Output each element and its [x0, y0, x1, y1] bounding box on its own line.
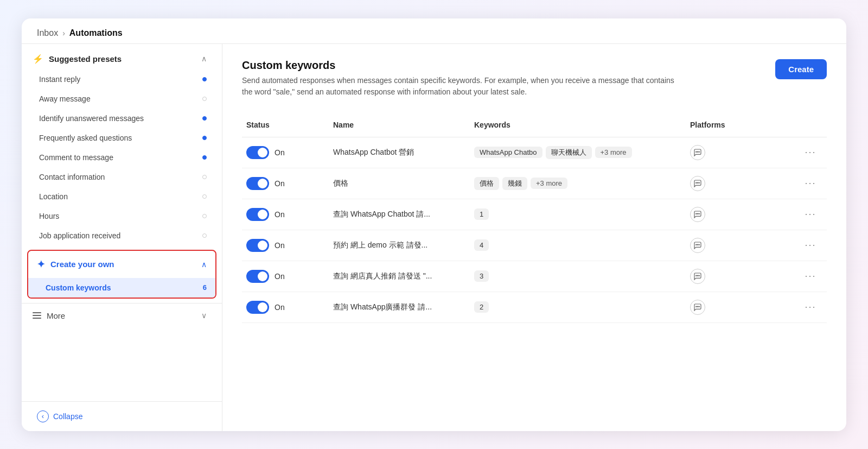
keywords-cell: 1: [470, 208, 686, 220]
keyword-tag: 4: [474, 239, 489, 251]
name-cell: 查詢 網店真人推銷 請發送 "...: [329, 271, 470, 281]
svg-point-8: [699, 213, 699, 214]
name-cell: 查詢 WhatsApp Chatbot 請...: [329, 210, 470, 219]
keyword-tag: 聊天機械人: [546, 146, 592, 159]
keyword-tag: 2: [474, 301, 489, 313]
create-own-header[interactable]: ✦ Create your own ∧: [28, 251, 215, 278]
more-options-button[interactable]: ···: [794, 147, 827, 158]
more-options-button[interactable]: ···: [794, 239, 827, 251]
diamond-icon: ✦: [37, 258, 45, 270]
create-button[interactable]: Create: [775, 59, 827, 79]
toggle-3[interactable]: [246, 208, 269, 221]
name-cell: WhatsApp Chatbot 營銷: [329, 148, 470, 157]
custom-keywords-badge: 6: [203, 283, 207, 292]
header-name: Name: [329, 117, 470, 132]
name-cell: 預約 網上 demo 示範 請發...: [329, 241, 470, 250]
keywords-cell: 價格 幾錢 +3 more: [470, 177, 686, 190]
sidebar-item-identify-unanswered[interactable]: Identify unanswered messages: [22, 109, 222, 128]
sidebar-item-label: Job application received: [39, 231, 120, 240]
more-section[interactable]: More ∨: [22, 303, 222, 328]
status-cell: On: [242, 239, 329, 252]
more-chevron: ∨: [201, 311, 207, 320]
platform-cell: [686, 300, 794, 315]
toggle-4[interactable]: [246, 239, 269, 252]
more-keywords-tag[interactable]: +3 more: [531, 178, 567, 189]
svg-point-13: [696, 275, 697, 276]
sidebar-item-dot: [202, 77, 207, 81]
collapse-button[interactable]: ‹ Collapse: [22, 401, 222, 431]
table-row: On 查詢 WhatsApp廣播群發 請... 2: [242, 292, 827, 323]
svg-point-11: [699, 244, 699, 245]
toggle-track[interactable]: [246, 270, 269, 283]
sidebar-item-dot: [202, 116, 207, 121]
keyword-tag: 價格: [474, 177, 499, 190]
status-cell: On: [242, 146, 329, 159]
suggested-presets-label: Suggested presets: [49, 54, 122, 64]
svg-point-17: [699, 306, 699, 307]
table-container: Status Name Keywords Platforms On WhatsA…: [242, 113, 827, 323]
suggested-presets-title: ⚡ Suggested presets: [33, 54, 122, 64]
sidebar-item-label: Identify unanswered messages: [39, 114, 144, 123]
keywords-cell: 4: [470, 239, 686, 251]
keywords-cell: 2: [470, 301, 686, 313]
toggle-track[interactable]: [246, 301, 269, 314]
sidebar-item-label: Comment to message: [39, 153, 113, 162]
content-header: Custom keywords Send automated responses…: [242, 59, 827, 98]
table-row: On 預約 網上 demo 示範 請發... 4: [242, 230, 827, 261]
suggested-presets-header[interactable]: ⚡ Suggested presets ∧: [22, 44, 222, 69]
name-cell: 查詢 WhatsApp廣播群發 請...: [329, 302, 470, 312]
sidebar-item-dot: [202, 175, 207, 179]
messenger-icon: [690, 176, 705, 191]
sidebar-item-dot: [202, 194, 207, 199]
sidebar-item-faq[interactable]: Frequently asked questions: [22, 128, 222, 148]
header-status: Status: [242, 117, 329, 132]
sidebar-item-dot: [202, 214, 207, 218]
messenger-icon: [690, 207, 705, 222]
toggle-track[interactable]: [246, 177, 269, 190]
sidebar-item-job-application[interactable]: Job application received: [22, 226, 222, 245]
platform-cell: [686, 207, 794, 222]
sidebar-item-away-message[interactable]: Away message: [22, 89, 222, 109]
main-content: Custom keywords Send automated responses…: [222, 44, 846, 431]
sidebar-item-comment-to-message[interactable]: Comment to message: [22, 148, 222, 167]
sidebar-item-dot: [202, 233, 207, 238]
custom-keywords-item[interactable]: Custom keywords 6: [28, 278, 215, 298]
messenger-icon: [690, 145, 705, 160]
collapse-icon: ‹: [37, 410, 49, 422]
sidebar-item-contact-info[interactable]: Contact information: [22, 167, 222, 187]
toggle-track[interactable]: [246, 146, 269, 159]
status-label: On: [275, 241, 285, 250]
svg-point-6: [697, 213, 698, 214]
sidebar-item-label: Contact information: [39, 173, 105, 181]
create-own-section: ✦ Create your own ∧ Custom keywords 6: [27, 250, 216, 299]
toggle-5[interactable]: [246, 270, 269, 283]
svg-point-3: [697, 182, 698, 183]
breadcrumb-inbox[interactable]: Inbox: [37, 28, 58, 38]
sidebar-item-instant-reply[interactable]: Instant reply: [22, 69, 222, 89]
svg-point-12: [697, 275, 698, 276]
page-description: Send automated responses when messages c…: [242, 75, 687, 98]
toggle-1[interactable]: [246, 146, 269, 159]
more-options-button[interactable]: ···: [794, 178, 827, 189]
toggle-track[interactable]: [246, 239, 269, 252]
more-options-button[interactable]: ···: [794, 301, 827, 313]
sidebar-content: ⚡ Suggested presets ∧ Instant reply Away…: [22, 44, 222, 401]
messenger-icon: [690, 300, 705, 315]
sidebar-item-dot: [202, 155, 207, 160]
status-label: On: [275, 272, 285, 281]
sidebar-item-location[interactable]: Location: [22, 187, 222, 206]
messenger-icon: [690, 238, 705, 253]
more-keywords-tag[interactable]: +3 more: [595, 147, 632, 158]
toggle-6[interactable]: [246, 301, 269, 314]
svg-point-2: [699, 151, 699, 152]
more-options-button[interactable]: ···: [794, 208, 827, 220]
main-layout: ⚡ Suggested presets ∧ Instant reply Away…: [22, 43, 846, 431]
toggle-2[interactable]: [246, 177, 269, 190]
keyword-tag: WhatsApp Chatbo: [474, 147, 542, 158]
sidebar-item-label: Instant reply: [39, 75, 80, 84]
keywords-cell: 3: [470, 270, 686, 282]
sidebar-item-hours[interactable]: Hours: [22, 206, 222, 226]
create-own-label: Create your own: [50, 260, 114, 269]
more-options-button[interactable]: ···: [794, 270, 827, 282]
toggle-track[interactable]: [246, 208, 269, 221]
